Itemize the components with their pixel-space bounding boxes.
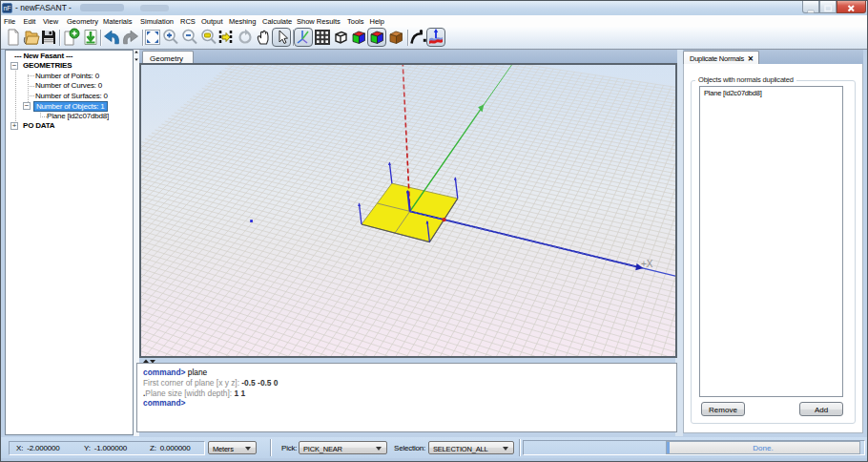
svg-text:+X: +X bbox=[641, 259, 653, 269]
